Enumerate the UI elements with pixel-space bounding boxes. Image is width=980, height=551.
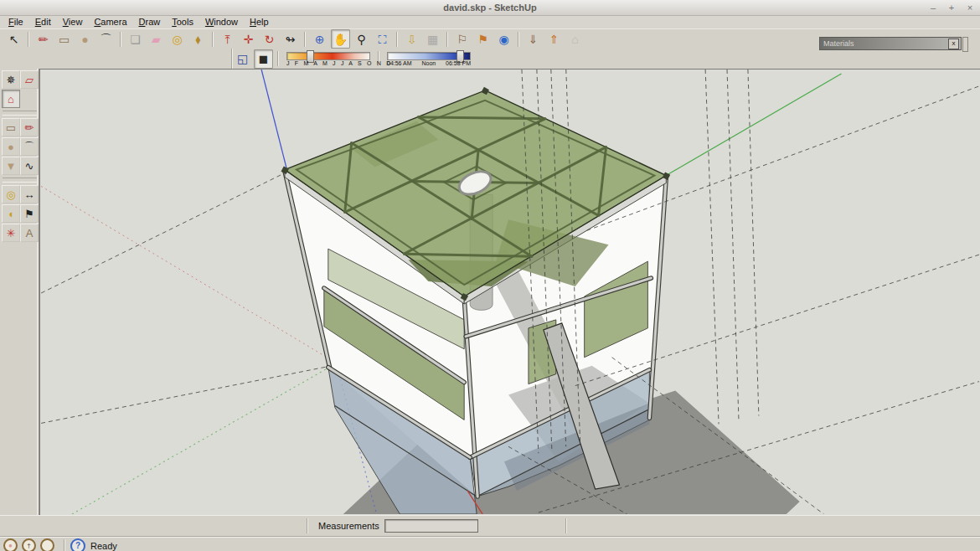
eraser-tool-button[interactable]: ▰ — [147, 29, 166, 49]
drawing-canvas[interactable] — [39, 69, 980, 515]
circle-tool-button[interactable]: ● — [2, 137, 20, 156]
time-slider-labels: 04:56 AM Noon 06:58 PM — [387, 60, 471, 66]
tool-icon: ▼ — [6, 161, 17, 172]
pan-tool-button[interactable]: ✋ — [331, 29, 350, 49]
google-earth-button[interactable]: ◉ — [494, 29, 513, 49]
paint-bucket-button[interactable]: ⬧ — [188, 29, 208, 49]
select-tool-button[interactable]: ↖ — [4, 29, 23, 49]
section-plane-button[interactable]: ▱ — [20, 70, 39, 89]
shadow-toggle-icon: ◼ — [259, 53, 269, 64]
time-end-label: 06:58 PM — [446, 60, 471, 66]
time-start-label: 04:56 AM — [387, 60, 412, 66]
tool-icon: ✋ — [333, 33, 348, 45]
line-tool-button[interactable]: ✏ — [34, 29, 53, 49]
orbit-tool-button[interactable]: ⊕ — [310, 29, 329, 49]
maximize-button[interactable]: + — [946, 3, 957, 13]
toolbar-separator[interactable] — [518, 32, 519, 47]
tool-icon: A — [26, 228, 34, 239]
menu-item[interactable]: Tools — [167, 16, 199, 28]
left-tool-palette: ✵ ▱ ⌂ ▭ ✏ ● ⌒ ▼ — [0, 69, 39, 515]
measurements-input[interactable] — [384, 519, 478, 533]
tool-icon: ◎ — [6, 189, 15, 200]
polygon-tool-button[interactable]: ▼ — [2, 157, 20, 175]
menu-item[interactable]: Camera — [89, 16, 132, 28]
measurements-label: Measurements — [318, 521, 379, 531]
menu-item[interactable]: Edit — [30, 16, 56, 28]
palette-empty-cell[interactable] — [20, 90, 37, 106]
zoom-extents-button[interactable]: ⛶ — [373, 29, 392, 49]
make-component-button[interactable]: ❏ — [126, 29, 145, 49]
shadow-date-slider[interactable]: J F M A M J J A S O N D — [286, 50, 370, 67]
date-slider-track[interactable] — [286, 52, 370, 60]
rotate-tool-button[interactable]: ↻ — [260, 29, 279, 49]
toggle-terrain-button[interactable]: ▦ — [423, 29, 442, 49]
offset-tool-button[interactable]: ↬ — [281, 29, 300, 49]
toolbar-separator[interactable] — [396, 32, 398, 47]
title-bar[interactable]: david.skp - SketchUp – + × — [0, 0, 980, 16]
status-circle-icon-1[interactable]: ● — [3, 538, 18, 551]
minimize-button[interactable]: – — [928, 3, 938, 13]
menu-item[interactable]: Help — [245, 16, 274, 28]
tape-measure-button[interactable]: ◎ — [168, 29, 187, 49]
materials-close-button[interactable]: x — [948, 39, 959, 49]
bar-separator — [307, 518, 308, 533]
section-cut-toggle-button[interactable]: ⌂ — [2, 90, 20, 108]
materials-panel-edge[interactable] — [962, 37, 968, 52]
line-tool-button[interactable]: ✏ — [20, 118, 39, 136]
circle-tool-button[interactable]: ● — [75, 29, 95, 49]
move-tool-button[interactable]: ✛ — [239, 29, 258, 49]
toolbar-separator[interactable] — [304, 32, 306, 47]
tool-icon: ◎ — [172, 33, 182, 45]
shadow-settings-button[interactable]: ◱ — [233, 49, 252, 69]
tape-measure-button[interactable]: ◎ — [2, 185, 20, 203]
push-pull-button[interactable]: ⤒ — [218, 29, 237, 49]
add-location-button[interactable]: ⚐ — [452, 29, 472, 49]
tool-icon: ⊕ — [315, 33, 325, 45]
get-current-view-button[interactable]: ⇩ — [402, 29, 421, 49]
toolbar-separator[interactable] — [446, 32, 448, 47]
photo-textures-button[interactable]: ⚑ — [473, 29, 493, 49]
tool-icon: ⛶ — [379, 33, 387, 45]
status-circle-icon-3[interactable] — [40, 538, 54, 551]
close-button[interactable]: × — [965, 3, 975, 13]
toolbar-separator[interactable] — [212, 32, 214, 47]
tool-icon: ◉ — [498, 33, 508, 45]
menu-item[interactable]: File — [3, 16, 28, 28]
model-viewport[interactable] — [40, 70, 980, 514]
axes-tool-button[interactable]: ✳ — [2, 224, 20, 242]
shadow-settings-icon: ◱ — [237, 53, 248, 64]
rectangle-tool-button[interactable]: ▭ — [2, 118, 20, 136]
arc-tool-button[interactable]: ⌒ — [96, 29, 116, 49]
status-glyph: ● — [8, 542, 13, 549]
navigation-compass-button[interactable]: ✵ — [2, 70, 20, 89]
share-model-button[interactable]: ⇑ — [544, 29, 564, 49]
materials-panel[interactable]: Materials x — [819, 37, 962, 50]
protractor-tool-button[interactable]: ◖ — [2, 204, 20, 223]
freehand-tool-button[interactable]: ∿ — [20, 157, 39, 175]
status-circle-icon-2[interactable]: † — [22, 538, 36, 551]
toolbar-separator[interactable] — [120, 32, 121, 47]
menu-item[interactable]: Window — [200, 16, 243, 28]
get-models-button[interactable]: ⇓ — [524, 29, 543, 49]
tool-icon: ⚑ — [477, 33, 488, 45]
palette-separator[interactable] — [3, 178, 37, 183]
palette-separator[interactable] — [3, 111, 37, 116]
tool-icon: ⌒ — [101, 33, 112, 45]
tool-icon: ↬ — [286, 33, 296, 45]
help-icon[interactable]: ? — [70, 538, 85, 551]
dimension-tool-button[interactable]: ↔ — [20, 185, 39, 203]
zoom-tool-button[interactable]: ⚲ — [352, 29, 371, 49]
threed-text-tool-button[interactable]: A — [20, 224, 39, 242]
tool-icon: ⇩ — [407, 33, 417, 45]
toolbar-separator[interactable] — [28, 32, 29, 47]
tool-icon: ⌂ — [8, 94, 14, 105]
menu-item[interactable]: Draw — [134, 16, 166, 28]
arc-tool-button[interactable]: ⌒ — [20, 137, 39, 156]
shadow-time-slider[interactable]: 04:56 AM Noon 06:58 PM — [387, 50, 471, 67]
measurements-bar: Measurements — [0, 515, 980, 536]
rectangle-tool-button[interactable]: ▭ — [54, 29, 74, 49]
text-tool-button[interactable]: ⚑ — [20, 204, 39, 223]
shadow-toggle-button[interactable]: ◼ — [254, 49, 273, 69]
share-component-button[interactable]: ⌂ — [565, 29, 585, 49]
menu-item[interactable]: View — [58, 16, 88, 28]
